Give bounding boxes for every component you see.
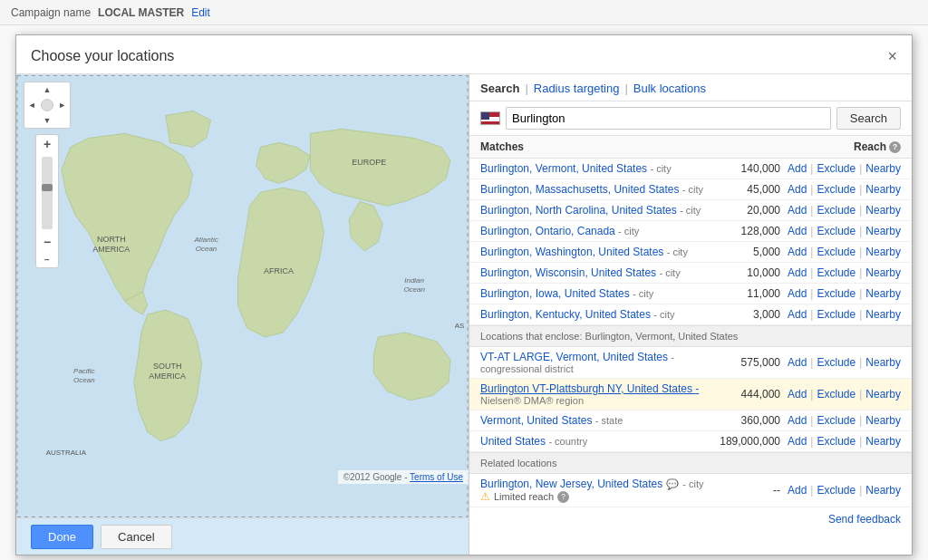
nearby-link[interactable]: Nearby	[865, 225, 901, 237]
svg-text:Ocean: Ocean	[196, 245, 218, 253]
add-link[interactable]: Add	[788, 308, 807, 321]
zoom-out-button2[interactable]: −	[36, 251, 58, 267]
add-link[interactable]: Add	[788, 162, 807, 175]
nearby-link[interactable]: Nearby	[865, 435, 901, 448]
search-button[interactable]: Search	[836, 107, 901, 130]
reach-label: Reach	[854, 140, 886, 153]
exclude-link[interactable]: Exclude	[817, 246, 856, 258]
search-row: Search	[469, 101, 912, 136]
exclude-link[interactable]: Exclude	[817, 204, 856, 217]
exclude-link[interactable]: Exclude	[817, 287, 856, 300]
add-link[interactable]: Add	[788, 183, 807, 196]
result-type: - city	[682, 184, 703, 195]
map-controls: ▲ ◄ ► ▼ +	[24, 82, 71, 268]
result-name[interactable]: Vermont, United States - state	[480, 414, 706, 427]
result-name[interactable]: Burlington, Vermont, United States - cit…	[480, 162, 706, 175]
reach-help-icon[interactable]: ?	[889, 141, 901, 153]
result-name[interactable]: Burlington VT-Plattsburgh NY, United Sta…	[480, 382, 706, 395]
add-link[interactable]: Add	[788, 388, 807, 401]
limited-reach-help-icon[interactable]: ?	[557, 491, 569, 503]
result-name[interactable]: Burlington, New Jersey, United States	[480, 478, 662, 490]
nearby-link[interactable]: Nearby	[865, 246, 901, 258]
result-actions: Add | Exclude | Nearby	[788, 266, 901, 279]
result-subtype: Nielsen® DMA® region	[480, 395, 706, 406]
add-link[interactable]: Add	[788, 204, 807, 217]
zoom-slider-thumb[interactable]	[42, 184, 53, 191]
result-reach: 20,000	[706, 204, 788, 217]
zoom-controls[interactable]: + − −	[35, 134, 59, 268]
result-name[interactable]: Burlington, North Carolina, United State…	[480, 204, 706, 217]
results-panel: Matches Reach ? Burlington, Vermont, Uni…	[469, 136, 912, 555]
tab-bulk[interactable]: Bulk locations	[633, 82, 706, 95]
exclude-link[interactable]: Exclude	[817, 484, 856, 497]
nearby-link[interactable]: Nearby	[865, 183, 901, 196]
result-type: - country	[548, 436, 587, 447]
exclude-link[interactable]: Exclude	[817, 356, 856, 369]
map-credit: ©2012 Google	[343, 472, 402, 482]
zoom-in-button[interactable]: +	[36, 135, 58, 153]
map-container[interactable]: NORTH AMERICA SOUTH AMERICA AFRICA EUROP…	[16, 74, 469, 518]
pan-right-button[interactable]: ►	[54, 98, 70, 113]
result-name[interactable]: Burlington, Iowa, United States - city	[480, 287, 706, 300]
result-actions: Add | Exclude | Nearby	[788, 225, 901, 237]
result-type: - state	[595, 415, 624, 426]
choose-locations-modal: Choose your locations ×	[15, 34, 913, 555]
pan-up-button[interactable]: ▲	[40, 82, 55, 98]
result-name[interactable]: Burlington, Ontario, Canada - city	[480, 225, 706, 237]
add-link[interactable]: Add	[788, 414, 807, 427]
nearby-link[interactable]: Nearby	[865, 414, 901, 427]
edit-link[interactable]: Edit	[191, 6, 210, 19]
result-name[interactable]: VT-AT LARGE, Vermont, United States -	[480, 351, 706, 363]
pan-left-button[interactable]: ◄	[24, 98, 40, 113]
exclude-link[interactable]: Exclude	[817, 225, 856, 237]
exclude-link[interactable]: Exclude	[817, 308, 856, 321]
cancel-button[interactable]: Cancel	[101, 525, 171, 549]
result-type: - city	[653, 309, 674, 320]
add-link[interactable]: Add	[788, 287, 807, 300]
result-name[interactable]: United States - country	[480, 435, 706, 448]
nearby-link[interactable]: Nearby	[865, 266, 901, 279]
result-name[interactable]: Burlington, Massachusetts, United States…	[480, 183, 706, 196]
zoom-out-button[interactable]: −	[36, 233, 58, 251]
send-feedback-row[interactable]: Send feedback	[469, 507, 912, 531]
nearby-link[interactable]: Nearby	[865, 287, 901, 300]
exclude-link[interactable]: Exclude	[817, 435, 856, 448]
add-link[interactable]: Add	[788, 266, 807, 279]
result-actions: Add | Exclude | Nearby	[788, 204, 901, 217]
result-reach: 128,000	[706, 225, 788, 237]
add-link[interactable]: Add	[788, 246, 807, 258]
pan-down-button[interactable]: ▼	[40, 112, 55, 128]
exclude-link[interactable]: Exclude	[817, 414, 856, 427]
terms-link[interactable]: Terms of Use	[410, 472, 463, 482]
send-feedback-link[interactable]: Send feedback	[828, 513, 901, 526]
nearby-link[interactable]: Nearby	[865, 484, 901, 497]
nearby-link[interactable]: Nearby	[865, 162, 901, 175]
exclude-link[interactable]: Exclude	[817, 183, 856, 196]
tab-radius[interactable]: Radius targeting	[534, 82, 620, 95]
nearby-link[interactable]: Nearby	[865, 356, 901, 369]
add-link[interactable]: Add	[788, 225, 807, 237]
result-name[interactable]: Burlington, Wisconsin, United States - c…	[480, 266, 706, 279]
table-row: Burlington, Ontario, Canada - city 128,0…	[469, 221, 912, 242]
exclude-link[interactable]: Exclude	[817, 388, 856, 401]
exclude-link[interactable]: Exclude	[817, 162, 856, 175]
add-link[interactable]: Add	[788, 356, 807, 369]
done-button[interactable]: Done	[31, 525, 93, 549]
reach-header: Reach ?	[854, 140, 901, 153]
result-name[interactable]: Burlington, Kentucky, United States - ci…	[480, 308, 706, 321]
add-link[interactable]: Add	[788, 435, 807, 448]
nearby-link[interactable]: Nearby	[865, 204, 901, 217]
table-row: Burlington, Kentucky, United States - ci…	[469, 304, 912, 325]
nearby-link[interactable]: Nearby	[865, 308, 901, 321]
pan-control[interactable]: ▲ ◄ ► ▼	[24, 82, 71, 129]
exclude-link[interactable]: Exclude	[817, 266, 856, 279]
tab-search[interactable]: Search	[480, 82, 519, 95]
add-link[interactable]: Add	[788, 484, 807, 497]
result-actions: Add | Exclude | Nearby	[788, 162, 901, 175]
result-name[interactable]: Burlington, Washington, United States - …	[480, 246, 706, 258]
search-tabs: Search | Radius targeting | Bulk locatio…	[469, 74, 912, 101]
zoom-slider-track[interactable]	[42, 157, 53, 229]
nearby-link[interactable]: Nearby	[865, 388, 901, 401]
close-button[interactable]: ×	[887, 48, 897, 64]
search-input[interactable]	[506, 107, 831, 130]
